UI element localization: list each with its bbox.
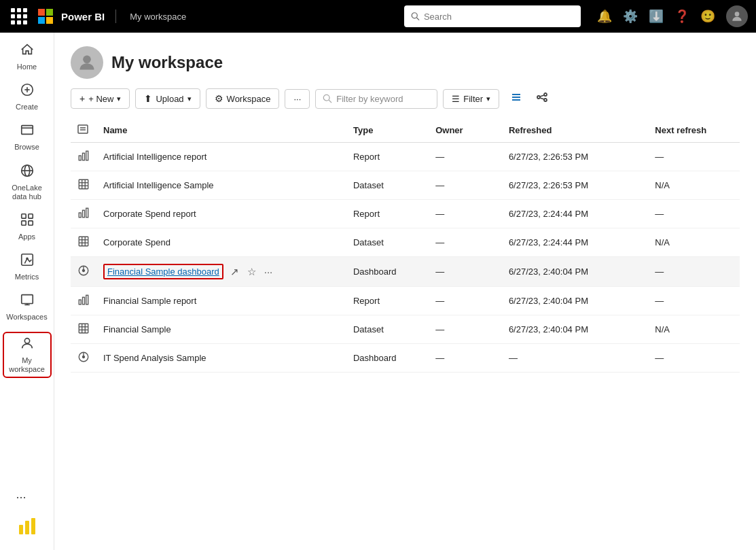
col-header-icon-cell: [71, 118, 96, 143]
filter-input[interactable]: Filter by keyword: [315, 89, 437, 109]
table-row[interactable]: Financial Sample dashboard ↗ ☆ ··· Dashb…: [71, 257, 740, 287]
star-button[interactable]: ☆: [245, 264, 259, 279]
svg-point-19: [24, 338, 29, 343]
nav-divider: [115, 10, 116, 23]
svg-point-31: [544, 99, 547, 101]
search-bar[interactable]: [404, 5, 581, 27]
table-row[interactable]: IT Spend Analysis SampleDashboard———: [71, 344, 740, 373]
table-row[interactable]: Artificial Intelligence reportReport—6/2…: [71, 143, 740, 171]
row-refreshed: 6/27/23, 2:24:44 PM: [502, 228, 648, 257]
item-name-link[interactable]: Financial Sample dashboard: [107, 267, 219, 277]
sidebar-item-home[interactable]: Home: [3, 38, 52, 75]
workspace-btn-label: Workspace: [227, 94, 271, 104]
share-button[interactable]: ↗: [228, 264, 242, 279]
topnav: Power BI My workspace 🔔 ⚙️ ⬇️ ❓ 🙂: [0, 0, 756, 33]
new-label: + New: [88, 94, 113, 104]
page-title: My workspace: [111, 53, 223, 72]
user-avatar[interactable]: [726, 5, 748, 27]
table-row[interactable]: Corporate SpendDataset—6/27/23, 2:24:44 …: [71, 228, 740, 257]
content-area: My workspace + + New ▾ ⬆ Upload ▾ ⚙ Work…: [54, 33, 756, 550]
sidebar-item-workspaces[interactable]: Workspaces: [3, 288, 52, 326]
help-icon[interactable]: ❓: [674, 9, 689, 24]
row-type: Dashboard: [346, 344, 429, 373]
row-next-refresh: —: [648, 200, 740, 228]
page-header: My workspace: [54, 33, 756, 87]
table-row[interactable]: Financial SampleDataset—6/27/23, 2:40:04…: [71, 315, 740, 344]
col-header-type[interactable]: Type: [346, 118, 429, 143]
workspace-button[interactable]: ⚙ Workspace: [206, 88, 280, 109]
upload-label: Upload: [156, 94, 183, 104]
sidebar-item-create[interactable]: Create: [3, 78, 52, 116]
list-view-button[interactable]: [505, 87, 528, 110]
svg-rect-20: [19, 525, 23, 534]
feedback-icon[interactable]: 🙂: [700, 9, 715, 24]
more-button[interactable]: ···: [285, 89, 310, 109]
sidebar: Home Create Browse OneLake data hub Apps: [0, 33, 54, 550]
filter-placeholder-text: Filter by keyword: [336, 94, 403, 104]
row-type-icon: [71, 315, 96, 344]
filter-icon: ☰: [452, 94, 460, 104]
item-name-text: Artificial Intelligence report: [103, 152, 206, 162]
sidebar-item-browse[interactable]: Browse: [3, 118, 52, 156]
row-refreshed: 6/27/23, 2:26:53 PM: [502, 143, 648, 171]
network-view-button[interactable]: [530, 87, 554, 110]
workspaces-icon: [20, 292, 35, 311]
filter-button[interactable]: ☰ Filter ▾: [443, 89, 499, 109]
svg-rect-37: [79, 156, 81, 160]
sidebar-item-metrics[interactable]: Metrics: [3, 248, 52, 286]
upload-button[interactable]: ⬆ Upload ▾: [135, 88, 200, 109]
svg-point-2: [735, 12, 740, 16]
apps-grid-icon[interactable]: [8, 5, 30, 27]
svg-rect-57: [83, 297, 85, 305]
row-type-icon: [71, 228, 96, 257]
row-refreshed: 6/27/23, 2:40:04 PM: [502, 257, 648, 287]
filter-search-icon: [323, 94, 332, 103]
sidebar-item-apps[interactable]: Apps: [3, 208, 52, 245]
bell-icon[interactable]: 🔔: [597, 9, 612, 24]
col-header-refreshed[interactable]: Refreshed: [502, 118, 648, 143]
search-input[interactable]: [424, 12, 574, 22]
row-next-refresh: —: [648, 143, 740, 171]
filter-label: Filter: [463, 94, 483, 104]
svg-rect-34: [78, 125, 88, 133]
row-owner: —: [429, 200, 502, 228]
row-owner: —: [429, 228, 502, 257]
col-header-owner[interactable]: Owner: [429, 118, 502, 143]
new-chevron: ▾: [117, 94, 121, 103]
new-button[interactable]: + + New ▾: [71, 88, 130, 109]
items-table: Name Type Owner Refreshed Next refresh A…: [71, 118, 740, 373]
row-next-refresh: —: [648, 287, 740, 315]
row-type: Dashboard: [346, 257, 429, 287]
row-type-icon: [71, 171, 96, 200]
more-row-button[interactable]: ···: [262, 264, 276, 279]
row-owner: —: [429, 171, 502, 200]
power-bi-logo[interactable]: [11, 510, 43, 545]
row-next-refresh: —: [648, 257, 740, 287]
download-icon[interactable]: ⬇️: [649, 9, 664, 24]
row-type: Report: [346, 287, 429, 315]
svg-rect-16: [21, 295, 33, 304]
sidebar-metrics-label: Metrics: [15, 273, 39, 281]
settings-icon[interactable]: ⚙️: [623, 9, 638, 24]
svg-rect-58: [86, 295, 88, 305]
sidebar-item-onelake[interactable]: OneLake data hub: [3, 159, 52, 205]
svg-point-66: [83, 356, 85, 358]
row-next-refresh: N/A: [648, 315, 740, 344]
svg-rect-46: [83, 210, 85, 218]
col-header-next-refresh[interactable]: Next refresh: [648, 118, 740, 143]
row-type-icon: [71, 200, 96, 228]
row-owner: —: [429, 257, 502, 287]
svg-rect-48: [79, 237, 88, 246]
row-refreshed: 6/27/23, 2:26:53 PM: [502, 171, 648, 200]
row-type: Dataset: [346, 315, 429, 344]
table-row[interactable]: Financial Sample reportReport—6/27/23, 2…: [71, 287, 740, 315]
workspace-gear-icon: ⚙: [215, 93, 223, 104]
upload-icon: ⬆: [144, 93, 152, 104]
col-header-name[interactable]: Name: [96, 118, 346, 143]
table-row[interactable]: Corporate Spend reportReport—6/27/23, 2:…: [71, 200, 740, 228]
sidebar-item-my-workspace[interactable]: My workspace: [3, 332, 52, 378]
table-row[interactable]: Artificial Intelligence SampleDataset—6/…: [71, 171, 740, 200]
svg-point-24: [324, 94, 330, 101]
sidebar-more-button[interactable]: ···: [11, 485, 43, 510]
item-name-text: Financial Sample: [103, 324, 171, 334]
